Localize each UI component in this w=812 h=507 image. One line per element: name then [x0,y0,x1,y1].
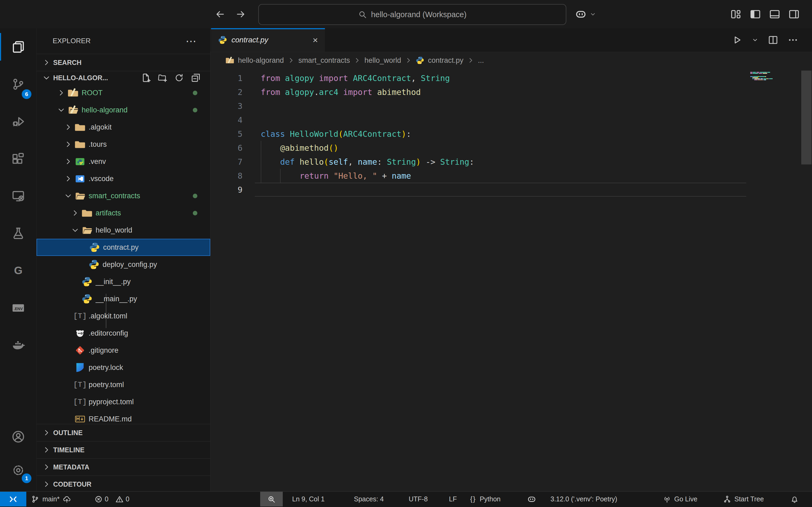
explorer-sidebar: EXPLORER ⋯ SEARCH HELLO-ALGOR... ROOThel… [37,28,210,492]
poetry-icon [74,362,86,373]
breadcrumb-symbol[interactable]: ... [478,56,484,65]
indentation-status[interactable]: Spaces: 4 [354,492,384,506]
tree-item-root[interactable]: ROOT [37,84,210,101]
cursor-position-status[interactable]: Ln 9, Col 1 [292,492,325,506]
section-codetour[interactable]: CODETOUR [37,475,210,493]
line-number[interactable]: 4 [210,115,243,125]
code-editor[interactable]: 1from algopy import ARC4Contract, String… [210,69,812,492]
encoding: UTF-8 [409,495,428,503]
tree-item-readme-md[interactable]: README.md [37,410,210,424]
encoding-status[interactable]: UTF-8 [409,492,428,506]
activity-run-debug[interactable] [0,103,36,140]
activity-testing[interactable] [0,215,36,252]
breadcrumb-project[interactable]: hello-algorand [238,56,284,65]
remote-indicator[interactable] [0,492,26,506]
line-number[interactable]: 7 [210,157,243,167]
activity-docker[interactable] [0,327,36,364]
language-mode-status[interactable]: {} Python [470,492,501,506]
breadcrumb-subfolder[interactable]: hello_world [364,56,401,65]
breadcrumb-folder[interactable]: smart_contracts [298,56,350,65]
run-dropdown-icon[interactable] [752,37,758,43]
close-tab-icon[interactable]: × [313,36,318,45]
tree-item--tours[interactable]: .tours [37,136,210,153]
tree-item-pyproject-toml[interactable]: [T]pyproject.toml [37,393,210,410]
code-lines: 1from algopy import ARC4Contract, String… [210,71,812,196]
tab-contract-py[interactable]: contract.py × [211,28,325,52]
activity-gitlens[interactable]: G [0,252,36,289]
indentation: Spaces: 4 [354,495,384,503]
toggle-panel-icon[interactable] [769,9,780,20]
git-branch-status[interactable]: main* [31,492,71,506]
git-modified-dot [193,108,197,112]
workspace-folder-icon [225,56,234,65]
scrollbar-thumb[interactable] [801,70,811,164]
tree-item-poetry-lock[interactable]: poetry.lock [37,359,210,376]
python-interpreter-status[interactable]: 3.12.0 ('.venv': Poetry) [551,492,617,506]
section-metadata[interactable]: METADATA [37,458,210,475]
section-outline[interactable]: OUTLINE [37,424,210,441]
error-count: 0 [105,495,108,503]
line-number[interactable]: 2 [210,88,243,97]
refresh-explorer-icon[interactable] [174,73,184,82]
tree-item-deploy-config-py[interactable]: deploy_config.py [37,256,210,273]
tree-item--main-py[interactable]: __main__.py [37,290,210,307]
back-icon[interactable] [215,9,225,19]
tree-item-poetry-toml[interactable]: [T]poetry.toml [37,376,210,393]
more-actions-icon[interactable] [788,35,798,45]
start-tree-status[interactable]: Start Tree [723,492,764,506]
editor-actions [732,28,812,52]
activity-dotenv[interactable]: .ENV [0,289,36,327]
line-number[interactable]: 9 [210,185,243,194]
tree-item-contract-py[interactable]: contract.py [37,239,210,256]
line-number[interactable]: 1 [210,73,243,83]
line-number[interactable]: 8 [210,171,243,180]
notifications-status[interactable] [791,492,799,506]
line-number[interactable]: 5 [210,129,243,139]
customize-layout-icon[interactable] [730,9,742,20]
tree-item--editorconfig[interactable]: .editorconfig [37,325,210,342]
activity-source-control[interactable]: 6 [0,65,36,103]
eol-status[interactable]: LF [449,492,457,506]
tree-item--algokit-toml[interactable]: [T].algokit.toml [37,307,210,325]
editor-group: contract.py × hello-algorand smart_contr… [210,28,812,492]
toggle-secondary-sidebar-icon[interactable] [789,9,800,20]
copilot-status[interactable] [527,492,537,506]
new-folder-icon[interactable] [158,73,167,82]
error-icon [95,495,103,503]
tree-item--vscode[interactable]: .vscode [37,170,210,187]
tree-item--venv[interactable]: .venv [37,153,210,170]
go-live-status[interactable]: Go Live [663,492,697,506]
activity-extensions[interactable] [0,140,36,177]
section-timeline[interactable]: TIMELINE [37,441,210,458]
breadcrumb-file[interactable]: contract.py [428,56,463,65]
activity-remote-explorer[interactable] [0,177,36,215]
command-center-search[interactable]: hello-algorand (Workspace) [258,4,566,25]
accounts-button[interactable] [0,420,36,453]
line-number[interactable]: 6 [210,143,243,153]
tree-item-hello-world[interactable]: hello_world [37,222,210,239]
section-workspace[interactable]: HELLO-ALGOR... [37,71,210,84]
line-number[interactable]: 3 [210,101,243,111]
toggle-primary-sidebar-icon[interactable] [750,9,761,20]
activity-explorer[interactable] [0,28,36,65]
forward-icon[interactable] [236,9,246,19]
tree-item--gitignore[interactable]: .gitignore [37,342,210,359]
collapse-folders-icon[interactable] [191,73,201,82]
git-modified-dot [193,211,197,215]
section-search[interactable]: SEARCH [37,54,210,71]
minimap[interactable] [750,72,809,81]
split-editor-icon[interactable] [768,35,778,45]
tree-item-smart-contracts[interactable]: smart_contracts [37,187,210,205]
new-file-icon[interactable] [141,73,151,82]
run-python-file-icon[interactable] [732,35,742,45]
eol: LF [449,495,457,503]
tree-item--init-py[interactable]: __init__.py [37,273,210,290]
problems-status[interactable]: 0 0 [95,492,130,506]
explorer-more-actions-icon[interactable]: ⋯ [186,35,197,47]
tree-item-hello-algorand[interactable]: hello-algorand [37,101,210,119]
tree-item--algokit[interactable]: .algokit [37,119,210,136]
tree-item-artifacts[interactable]: artifacts [37,205,210,222]
settings-button[interactable]: 1 [0,453,36,487]
magnifier-status[interactable] [260,492,283,506]
copilot-menu[interactable] [575,0,596,28]
